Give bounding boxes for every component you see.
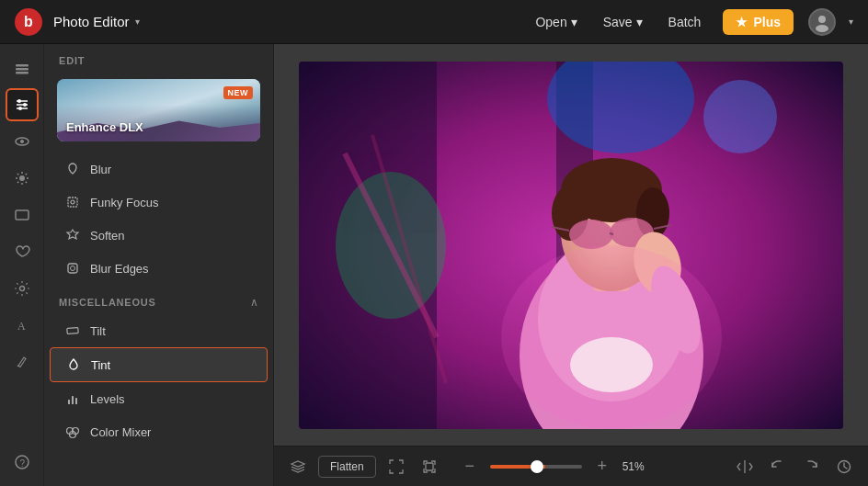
svg-point-35 [703,80,777,153]
menu-item-blur[interactable]: Blur [50,153,268,186]
app-header: b Photo Editor ▾ Open ▾ Save ▾ Batch ★ P… [0,0,868,44]
svg-rect-26 [75,398,77,404]
svg-point-10 [18,107,22,110]
fit-screen-button[interactable] [383,454,409,480]
open-chevron-icon: ▾ [571,15,577,29]
enhance-card-badge: NEW [223,86,254,99]
text-icon: A [14,317,30,333]
svg-point-8 [23,103,27,107]
sidebar-item-overlay[interactable] [6,198,39,232]
avatar-icon [812,12,832,32]
menu-item-levels[interactable]: Levels [50,382,268,415]
blur-label: Blur [90,163,111,176]
app-title-group[interactable]: Photo Editor ▾ [53,14,140,29]
overlay-icon [14,207,30,223]
enhance-dlx-card[interactable]: Enhance DLX NEW [57,79,260,141]
funky-focus-label: Funky Focus [90,196,158,209]
avatar[interactable] [808,8,836,36]
svg-point-13 [19,175,25,181]
tint-icon [65,356,82,373]
svg-point-6 [17,99,21,103]
undo-button[interactable] [765,454,791,480]
gear-icon [14,280,30,297]
blur-icon [64,161,81,177]
layers-toggle-button[interactable] [285,454,311,480]
color-mixer-icon [64,424,81,440]
zoom-group: − + 51% [457,454,652,480]
plus-button[interactable]: ★ Plus [723,9,794,35]
sidebar-item-help[interactable]: ? [6,446,39,479]
zoom-slider[interactable] [490,465,582,469]
heart-icon [14,243,30,260]
sidebar-item-effects[interactable] [6,162,39,195]
photo-image [299,62,843,429]
sidebar-item-adjustments[interactable] [6,88,39,121]
tint-label: Tint [91,358,110,372]
svg-point-20 [71,200,74,204]
svg-line-47 [610,233,613,234]
menu-item-tilt[interactable]: Tilt [50,314,268,347]
photo-canvas[interactable] [299,62,843,429]
sidebar-item-layers[interactable] [6,51,39,85]
soften-icon [64,227,81,243]
plus-star-icon: ★ [736,15,748,29]
menu-item-color-mixer[interactable]: Color Mixer [50,415,268,448]
svg-point-1 [816,25,828,32]
fullscreen-button[interactable] [417,454,442,480]
edit-section-header: EDIT [44,44,273,72]
fullscreen-icon [421,458,438,475]
menu-item-blur-edges[interactable]: Blur Edges [50,252,268,285]
miscellaneous-section-row: MISCELLANEOUS ∧ [44,285,273,314]
tilt-label: Tilt [90,324,106,338]
save-button[interactable]: Save ▾ [592,9,654,35]
flip-horizontal-button[interactable] [732,454,758,480]
svg-rect-2 [16,64,29,67]
redo-button[interactable] [798,454,824,480]
zoom-in-button[interactable]: + [589,454,615,480]
layers-icon [14,60,30,76]
canvas-content [274,44,868,446]
open-button[interactable]: Open ▾ [524,9,588,35]
zoom-out-button[interactable]: − [457,454,483,480]
history-button[interactable] [831,454,857,480]
menu-item-soften[interactable]: Soften [50,219,268,252]
sidebar-item-text[interactable]: A [6,309,39,342]
effects-icon [14,170,30,186]
redo-icon [803,458,819,475]
svg-rect-3 [16,68,29,71]
blur-edges-label: Blur Edges [90,262,149,276]
paint-icon [14,354,30,370]
menu-item-funky-focus[interactable]: Funky Focus [50,186,268,219]
main-area: A ? EDIT Enhance DLX NEW [0,44,868,486]
save-chevron-icon: ▾ [636,15,643,29]
flatten-button[interactable]: Flatten [318,456,376,478]
left-panel: EDIT Enhance DLX NEW Blur [44,44,274,486]
app-logo[interactable]: b [15,8,42,36]
svg-rect-4 [16,72,29,74]
sidebar-item-paint[interactable] [6,345,39,379]
flip-icon [737,458,753,475]
eye-icon [14,133,30,150]
sidebar-item-settings[interactable] [6,272,39,305]
menu-item-tint[interactable]: Tint [50,347,268,382]
batch-button[interactable]: Batch [657,9,713,35]
help-icon: ? [14,454,30,470]
svg-point-15 [19,287,24,291]
icon-sidebar: A ? [0,44,44,486]
sidebar-item-favorites[interactable] [6,235,39,268]
soften-label: Soften [90,229,125,243]
svg-rect-19 [68,198,77,207]
funky-focus-icon [64,194,81,210]
color-mixer-label: Color Mixer [90,425,151,439]
svg-point-0 [818,16,826,23]
svg-point-53 [501,245,722,429]
miscellaneous-chevron-icon[interactable]: ∧ [250,296,258,309]
header-nav: Open ▾ Save ▾ Batch [524,9,712,35]
svg-rect-21 [68,264,77,273]
history-icon [836,458,852,475]
svg-rect-54 [426,463,433,470]
zoom-percent: 51% [622,460,652,473]
layers-bottom-icon [290,458,306,475]
app-title: Photo Editor [53,14,130,29]
sidebar-item-view[interactable] [6,125,39,158]
